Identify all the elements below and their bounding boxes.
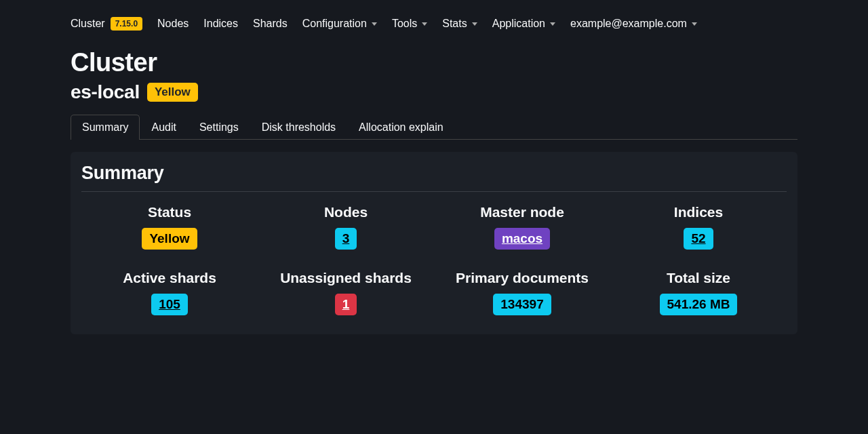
caret-down-icon [372, 22, 377, 26]
stat-nodes: Nodes 3 [258, 204, 434, 250]
tab-allocation-explain[interactable]: Allocation explain [347, 115, 455, 140]
cluster-name: es-local [71, 81, 140, 103]
nav-cluster-label: Cluster [71, 18, 105, 30]
stat-row-1: Status Yellow Nodes 3 Master node macos … [81, 204, 787, 250]
caret-down-icon [472, 22, 477, 26]
nav-cluster[interactable]: Cluster 7.15.0 [71, 13, 148, 35]
stat-active-shards-label: Active shards [81, 270, 258, 286]
stat-total-size-label: Total size [610, 270, 787, 286]
caret-down-icon [422, 22, 427, 26]
nav-configuration[interactable]: Configuration [297, 14, 382, 34]
card-title: Summary [81, 163, 787, 192]
stat-row-2: Active shards 105 Unassigned shards 1 Pr… [81, 270, 787, 315]
tab-summary[interactable]: Summary [71, 115, 140, 140]
stat-status: Status Yellow [81, 204, 258, 250]
nav-stats[interactable]: Stats [437, 14, 482, 34]
stat-primary-documents: Primary documents 134397 [434, 270, 610, 315]
nav-stats-label: Stats [442, 18, 467, 30]
nav-indices[interactable]: Indices [198, 14, 243, 34]
nav-tools-label: Tools [392, 18, 417, 30]
stat-active-shards-value[interactable]: 105 [151, 294, 188, 315]
tabs: Summary Audit Settings Disk thresholds A… [71, 114, 797, 140]
stat-status-value: Yellow [142, 228, 197, 250]
tab-settings[interactable]: Settings [188, 115, 250, 140]
nav-tools[interactable]: Tools [387, 14, 433, 34]
stat-master-node-label: Master node [434, 204, 610, 220]
version-badge: 7.15.0 [111, 17, 142, 31]
stat-total-size: Total size 541.26 MB [610, 270, 787, 315]
stat-nodes-value[interactable]: 3 [335, 228, 357, 250]
nav-configuration-label: Configuration [302, 18, 367, 30]
nav-shards[interactable]: Shards [248, 14, 293, 34]
nav-application[interactable]: Application [487, 14, 561, 34]
stat-unassigned-shards-value[interactable]: 1 [335, 294, 357, 315]
tab-audit[interactable]: Audit [140, 115, 187, 140]
navbar: Cluster 7.15.0 Nodes Indices Shards Conf… [71, 0, 797, 44]
stat-indices-label: Indices [610, 204, 787, 220]
nav-nodes[interactable]: Nodes [152, 14, 194, 34]
subheading: es-local Yellow [71, 81, 797, 103]
stat-master-node-value[interactable]: macos [494, 228, 550, 250]
nav-user-label: example@example.com [570, 18, 687, 30]
stat-primary-documents-value: 134397 [493, 294, 551, 315]
page-title: Cluster [71, 48, 797, 77]
stat-master-node: Master node macos [434, 204, 610, 250]
status-badge: Yellow [147, 83, 198, 102]
stat-status-label: Status [81, 204, 258, 220]
nav-application-label: Application [492, 18, 545, 30]
stat-unassigned-shards-label: Unassigned shards [258, 270, 434, 286]
stat-unassigned-shards: Unassigned shards 1 [258, 270, 434, 315]
stat-indices-value[interactable]: 52 [684, 228, 713, 250]
caret-down-icon [692, 22, 697, 26]
stat-active-shards: Active shards 105 [81, 270, 258, 315]
stat-total-size-value: 541.26 MB [660, 294, 738, 315]
caret-down-icon [550, 22, 555, 26]
stat-indices: Indices 52 [610, 204, 787, 250]
tab-disk-thresholds[interactable]: Disk thresholds [250, 115, 347, 140]
summary-card: Summary Status Yellow Nodes 3 Master nod… [71, 152, 797, 334]
stat-nodes-label: Nodes [258, 204, 434, 220]
nav-user[interactable]: example@example.com [565, 14, 703, 34]
stat-primary-documents-label: Primary documents [434, 270, 610, 286]
